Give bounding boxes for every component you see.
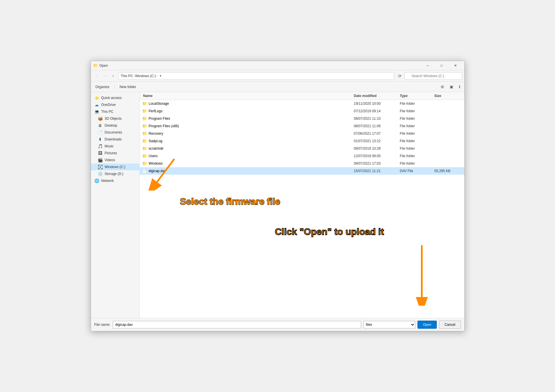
file-list-body: 📁LocalStorage 19/11/2020 10:00 File fold…: [140, 100, 464, 318]
folder-icon: 📁: [142, 146, 147, 151]
search-container: 🔍: [405, 72, 462, 80]
sidebar-label-videos: Videos: [105, 158, 115, 162]
bottom-bar: File name: files Open Cancel: [91, 318, 464, 331]
view-button[interactable]: ⊞: [439, 83, 446, 90]
sidebar-item-quick-access[interactable]: ⭐ Quick access: [91, 94, 140, 101]
cancel-button[interactable]: Cancel: [439, 321, 461, 329]
sidebar-label-pictures: Pictures: [105, 151, 117, 155]
refresh-button[interactable]: ⟳: [396, 73, 403, 79]
forward-button[interactable]: →: [102, 73, 109, 79]
storage-d-icon: 💿: [98, 172, 102, 176]
sidebar: ⭐ Quick access ☁ OneDrive 💻 This PC 📦 3D…: [91, 92, 140, 318]
address-part-1: This PC: [121, 74, 133, 78]
col-header-type[interactable]: Type: [399, 92, 433, 100]
windows-c-icon: 💽: [98, 165, 102, 169]
folder-icon: 📁: [142, 101, 147, 106]
back-button[interactable]: ←: [93, 73, 101, 79]
col-header-size[interactable]: Size: [433, 92, 462, 100]
sidebar-item-3d-objects[interactable]: 📦 3D Objects: [91, 115, 140, 122]
window-title: Open: [100, 64, 108, 68]
sidebar-label-storage-d: Storage (D:): [105, 172, 123, 176]
folder-icon: 📁: [142, 109, 147, 113]
file-name-windows: 📁Windows: [142, 160, 353, 167]
sidebar-item-desktop[interactable]: 🖥 Desktop: [91, 122, 140, 129]
main-content: ⭐ Quick access ☁ OneDrive 💻 This PC 📦 3D…: [91, 92, 464, 318]
sidebar-label-documents: Documents: [105, 130, 122, 134]
documents-icon: 📄: [98, 130, 102, 135]
address-chevron-2: ›: [157, 74, 157, 77]
sidebar-item-music[interactable]: 🎵 Music: [91, 143, 140, 150]
file-row-users[interactable]: 📁Users 12/07/2019 09:05 File folder: [140, 152, 464, 160]
up-button[interactable]: ↑: [110, 73, 116, 79]
sidebar-label-music: Music: [105, 144, 114, 148]
sidebar-item-network[interactable]: 🌐 Network: [91, 177, 140, 184]
preview-button[interactable]: ▣: [448, 83, 455, 90]
folder-icon: 📁: [142, 161, 147, 166]
toolbar: ← → ↑ This PC › Windows (C:) › ▼ ⟳ 🔍: [91, 70, 464, 82]
sidebar-label-quick-access: Quick access: [101, 96, 122, 100]
title-bar-left: 📁 Open: [93, 63, 108, 68]
file-row-recovery[interactable]: 📁Recovery 07/06/2021 17:07 File folder: [140, 130, 464, 137]
desktop-icon: 🖥: [98, 123, 102, 128]
new-folder-button[interactable]: New folder: [117, 84, 138, 90]
sidebar-item-documents[interactable]: 📄 Documents: [91, 129, 140, 136]
address-dropdown-button[interactable]: ▼: [159, 74, 163, 78]
folder-icon: 📁: [142, 116, 147, 121]
videos-icon: 🎬: [98, 158, 102, 162]
this-pc-icon: 💻: [94, 109, 99, 114]
window-icon: 📁: [93, 63, 98, 68]
sidebar-item-windows-c[interactable]: 💽 Windows (C:): [91, 163, 140, 170]
sidebar-label-3d-objects: 3D Objects: [105, 117, 122, 121]
sidebar-item-downloads[interactable]: ⬇ Downloads: [91, 136, 140, 143]
folder-icon: 📁: [142, 139, 147, 143]
address-part-2: Windows (C:): [135, 74, 156, 78]
file-row-sadplog[interactable]: 📁SadpLog 01/07/2021 13:22 File folder: [140, 137, 464, 145]
sidebar-label-windows-c: Windows (C:): [105, 165, 125, 169]
sidebar-item-pictures[interactable]: 🖼 Pictures: [91, 150, 140, 157]
pictures-icon: 🖼: [98, 151, 102, 155]
col-header-name[interactable]: Name: [142, 92, 353, 100]
sidebar-item-this-pc[interactable]: 💻 This PC: [91, 108, 140, 115]
sidebar-item-onedrive[interactable]: ☁ OneDrive: [91, 101, 140, 108]
menu-bar: Organize | New folder ⊞ ▣ ℹ: [91, 82, 464, 92]
file-row-windows[interactable]: 📁Windows 09/07/2021 17:03 File folder: [140, 160, 464, 167]
filetype-select[interactable]: files: [363, 321, 415, 328]
sidebar-item-videos[interactable]: 🎬 Videos: [91, 157, 140, 163]
minimize-button[interactable]: ─: [421, 61, 434, 70]
maximize-button[interactable]: □: [435, 61, 448, 70]
file-row-localstorage[interactable]: 📁LocalStorage 19/11/2020 10:00 File fold…: [140, 100, 464, 107]
folder-icon: 📁: [142, 124, 147, 128]
address-bar-text: This PC › Windows (C:) ›: [121, 74, 157, 78]
folder-icon: 📁: [142, 131, 147, 136]
address-chevron-1: ›: [133, 74, 134, 77]
file-name-program-files: 📁Program Files: [142, 115, 353, 122]
file-list-header: Name Date modified Type Size: [140, 92, 464, 100]
sidebar-label-downloads: Downloads: [105, 137, 122, 141]
file-name-perflogs: 📁PerfLogs: [142, 108, 353, 114]
3d-objects-icon: 📦: [98, 116, 102, 121]
file-name-scratchdir: 📁scratchdir: [142, 145, 353, 152]
search-input[interactable]: [405, 72, 462, 80]
organize-menu[interactable]: Organize: [93, 84, 112, 90]
file-name-localstorage: 📁LocalStorage: [142, 100, 353, 107]
open-dialog: 📁 Open ─ □ ✕ ← → ↑ This PC › Windows (C:…: [91, 61, 465, 331]
title-bar: 📁 Open ─ □ ✕: [91, 61, 464, 70]
open-button[interactable]: Open: [417, 321, 437, 329]
music-icon: 🎵: [98, 144, 102, 149]
file-row-scratchdir[interactable]: 📁scratchdir 09/07/2019 10:28 File folder: [140, 145, 464, 152]
file-row-digicap-dav[interactable]: 📄digicap.dav 15/07/2021 11:21 DAV File 5…: [140, 167, 464, 175]
sidebar-item-storage-d[interactable]: 💿 Storage (D:): [91, 170, 140, 177]
file-icon: 📄: [142, 169, 147, 173]
file-row-program-files-x86[interactable]: 📁Program Files (x86) 08/07/2021 11:06 Fi…: [140, 122, 464, 130]
file-row-perflogs[interactable]: 📁PerfLogs 07/12/2019 09:14 File folder: [140, 107, 464, 115]
col-header-date[interactable]: Date modified: [353, 92, 399, 100]
filename-input[interactable]: [113, 321, 361, 328]
file-row-program-files[interactable]: 📁Program Files 08/07/2021 11:10 File fol…: [140, 115, 464, 122]
folder-icon: 📁: [142, 154, 147, 158]
title-bar-controls: ─ □ ✕: [421, 61, 462, 70]
file-name-sadplog: 📁SadpLog: [142, 138, 353, 144]
file-list-area: Name Date modified Type Size 📁LocalStora…: [140, 92, 464, 318]
close-button[interactable]: ✕: [449, 61, 462, 70]
address-bar[interactable]: This PC › Windows (C:) › ▼: [118, 72, 394, 80]
info-button[interactable]: ℹ: [457, 83, 462, 90]
